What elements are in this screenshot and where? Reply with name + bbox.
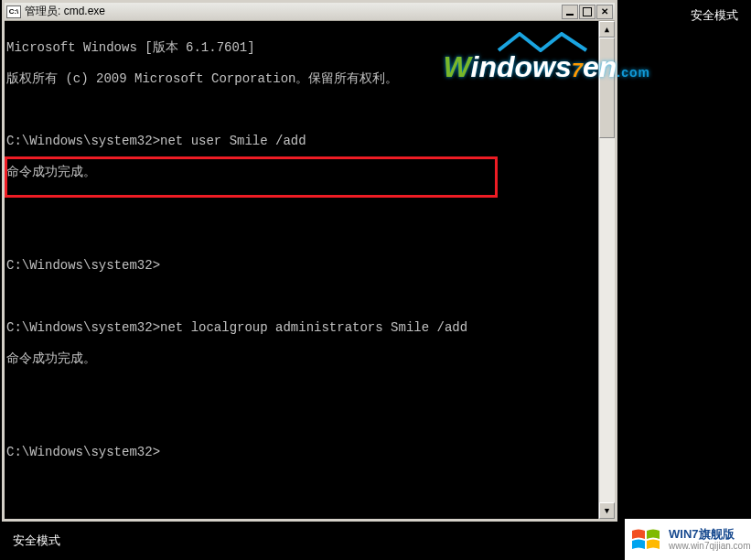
scroll-up-button[interactable]: ▲	[599, 21, 615, 38]
terminal-line	[6, 414, 596, 429]
terminal-line: 命令成功完成。	[6, 351, 596, 367]
footer-title: WIN7旗舰版	[669, 528, 750, 541]
terminal-line: Microsoft Windows [版本 6.1.7601]	[6, 40, 596, 56]
terminal-content[interactable]: Microsoft Windows [版本 6.1.7601] 版权所有 (c)…	[5, 21, 598, 519]
terminal-line: 命令成功完成。	[6, 165, 596, 180]
minimize-button[interactable]	[562, 5, 578, 19]
watermark-com: .com	[617, 65, 650, 80]
terminal-line: C:\Windows\system32>net user Smile /add	[6, 134, 596, 149]
scroll-down-button[interactable]: ▼	[599, 502, 615, 519]
terminal-line	[6, 196, 596, 211]
footer-text: WIN7旗舰版 www.win7qijian.com	[669, 528, 750, 551]
safe-mode-label-top: 安全模式	[691, 7, 738, 24]
terminal-line: C:\Windows\system32>net localgroup admin…	[6, 320, 596, 336]
footer-url: www.win7qijian.com	[669, 541, 750, 551]
scroll-thumb[interactable]	[599, 38, 615, 138]
terminal-line	[6, 382, 596, 398]
window-controls: ✕	[562, 5, 613, 19]
window-title: 管理员: cmd.exe	[25, 4, 562, 19]
footer-logo: WIN7旗舰版 www.win7qijian.com	[625, 519, 751, 560]
windows-flag-icon	[630, 526, 663, 554]
terminal-line	[6, 289, 596, 305]
terminal-line: C:\Windows\system32>	[6, 258, 596, 274]
desktop: 安全模式 C:\ 管理员: cmd.exe ✕ Microsoft Window…	[0, 0, 751, 560]
cmd-icon: C:\	[6, 5, 21, 18]
scroll-track[interactable]	[599, 38, 615, 502]
close-button[interactable]: ✕	[596, 5, 613, 19]
scrollbar[interactable]: ▲ ▼	[598, 21, 615, 519]
terminal-line: C:\Windows\system32>	[6, 445, 596, 460]
titlebar[interactable]: C:\ 管理员: cmd.exe ✕	[5, 3, 615, 21]
terminal-line	[6, 102, 596, 118]
terminal-line	[6, 227, 596, 242]
terminal-line: 版权所有 (c) 2009 Microsoft Corporation。保留所有…	[6, 71, 596, 87]
terminal: Microsoft Windows [版本 6.1.7601] 版权所有 (c)…	[5, 21, 615, 519]
safe-mode-label-bottom: 安全模式	[13, 533, 60, 549]
cmd-window: C:\ 管理员: cmd.exe ✕ Microsoft Windows [版本…	[2, 0, 617, 522]
maximize-button[interactable]	[579, 5, 595, 19]
